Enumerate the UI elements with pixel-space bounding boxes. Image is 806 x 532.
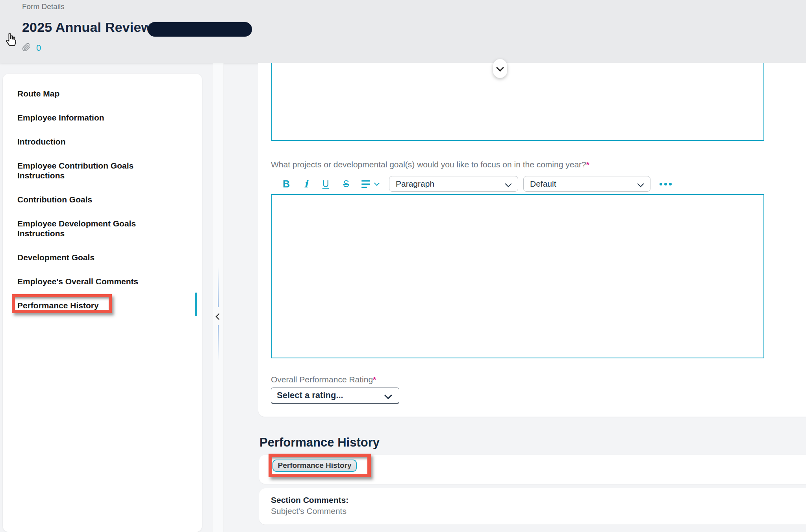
sidebar-item-employee-information[interactable]: Employee Information (17, 113, 147, 122)
breadcrumb: Form Details (22, 2, 65, 11)
sidebar-item-development-goals[interactable]: Development Goals (17, 252, 147, 262)
chevron-down-icon[interactable] (374, 180, 380, 186)
section-nav-panel: Route Map Employee Information Introduct… (3, 74, 202, 532)
selected-section-indicator (195, 293, 197, 316)
section-comments-card: Section Comments: Subject's Comments (259, 488, 806, 525)
attachments-row[interactable]: 0 (22, 43, 41, 54)
sidebar-item-route-map[interactable]: Route Map (17, 89, 147, 98)
chevron-left-icon (216, 313, 222, 320)
coming-year-goals-textarea[interactable] (271, 194, 764, 358)
form-content-card: What projects or developmental goal(s) w… (258, 63, 806, 417)
rating-label: Overall Performance Rating* (271, 375, 376, 384)
paperclip-icon (22, 43, 31, 54)
chevron-down-icon (505, 181, 512, 187)
divider-gradient-line (218, 267, 219, 307)
paragraph-style-dropdown[interactable]: Paragraph (389, 176, 518, 192)
annotation-red-box: Performance History (269, 454, 371, 477)
section-comments-value: Subject's Comments (271, 506, 346, 516)
underline-button[interactable]: U (320, 177, 332, 191)
chevron-down-icon (496, 64, 504, 72)
previous-question-textarea[interactable] (271, 63, 764, 141)
rich-text-toolbar: B i U S Paragraph Default (271, 176, 672, 192)
performance-history-heading: Performance History (259, 436, 380, 450)
required-marker: * (586, 160, 589, 169)
page-title: 2025 Annual Review (22, 20, 152, 35)
sidebar-item-performance-history[interactable]: Performance History (17, 300, 147, 310)
italic-button[interactable]: i (300, 177, 312, 191)
sidebar-item-employee-development-goals-instructions[interactable]: Employee Development Goals Instructions (17, 219, 147, 238)
sidebar-item-introduction[interactable]: Introduction (17, 137, 147, 146)
collapse-panel-button[interactable] (214, 312, 222, 321)
attachments-count[interactable]: 0 (36, 43, 41, 53)
chevron-down-icon (384, 391, 392, 399)
font-style-dropdown[interactable]: Default (523, 176, 650, 192)
strikethrough-button[interactable]: S (340, 177, 352, 191)
align-left-icon[interactable] (361, 180, 370, 188)
question-label: What projects or developmental goal(s) w… (271, 160, 589, 169)
collapse-header-button[interactable] (493, 59, 507, 78)
section-nav: Route Map Employee Information Introduct… (3, 74, 202, 310)
rating-select[interactable]: Select a rating... (271, 387, 399, 404)
header-band: Form Details 2025 Annual Review 0 (0, 0, 806, 63)
redacted-name (148, 22, 252, 37)
panel-resize-divider[interactable] (213, 63, 224, 532)
sidebar-item-employee-contribution-goals-instructions[interactable]: Employee Contribution Goals Instructions (17, 161, 147, 180)
divider-gradient-line (218, 325, 219, 361)
more-options-button[interactable] (660, 183, 672, 185)
sidebar-item-contribution-goals[interactable]: Contribution Goals (17, 195, 147, 204)
required-marker: * (373, 375, 376, 384)
section-comments-label: Section Comments: (271, 495, 348, 505)
hand-cursor-icon (5, 32, 17, 49)
performance-history-tab[interactable]: Performance History (272, 460, 357, 472)
chevron-down-icon (637, 181, 644, 187)
bold-button[interactable]: B (280, 177, 292, 191)
sidebar-item-employees-overall-comments[interactable]: Employee's Overall Comments (17, 276, 147, 286)
